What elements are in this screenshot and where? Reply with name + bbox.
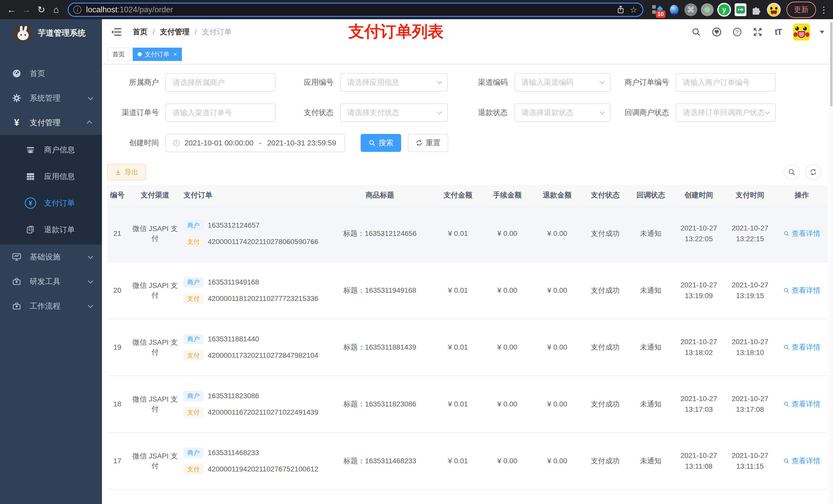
y-extension-icon[interactable]: y <box>717 3 731 17</box>
sidebar-item-payment[interactable]: ¥ 支付管理 <box>0 111 102 135</box>
sidebar-collapse-icon[interactable] <box>111 27 122 37</box>
share-icon[interactable] <box>614 3 627 16</box>
create-time-filter-label: 创建时间 <box>107 138 165 148</box>
fullscreen-icon[interactable] <box>752 26 763 38</box>
emoji-avatar-icon[interactable] <box>767 3 781 17</box>
sidebar-item-app-info[interactable]: 应用信息 <box>0 163 102 190</box>
refund-status-filter-label: 退款状态 <box>448 107 514 118</box>
channel-code-filter-label: 渠道编码 <box>448 77 514 88</box>
chat-extension-icon[interactable] <box>735 3 746 16</box>
breadcrumb: 首页 / 支付管理 / 支付订单 <box>133 27 232 37</box>
extensions-puzzle-icon[interactable] <box>750 3 763 16</box>
sidebar-item-workflow[interactable]: 工作流程 <box>0 294 102 318</box>
chevron-down-icon <box>88 95 93 100</box>
merchant-order-no-input[interactable] <box>683 78 768 87</box>
pay-tag: 支付 <box>184 464 203 474</box>
tab-pay-order[interactable]: 支付订单 × <box>133 48 182 61</box>
extension-badge: 10 <box>656 10 665 18</box>
sidebar-item-dev-tools[interactable]: 研发工具 <box>0 269 102 294</box>
toggle-search-button[interactable] <box>784 164 800 180</box>
browser-back-button[interactable]: ← <box>5 3 19 17</box>
channel-order-no-input[interactable] <box>173 109 268 117</box>
table-row: 18 微信 JSAPI 支付 商户1635311823086 支付4200001… <box>107 376 828 433</box>
app-logo-row[interactable]: 芋道管理系统 <box>0 19 102 47</box>
sidebar-item-label: 基础设施 <box>30 252 61 262</box>
refund-status-select[interactable]: 请选择退款状态 <box>514 103 611 122</box>
search-button[interactable]: 搜索 <box>361 134 401 152</box>
date-range-start[interactable]: 2021-10-01 00:00:00 <box>185 139 253 147</box>
breadcrumb-home[interactable]: 首页 <box>133 27 147 37</box>
view-detail-link[interactable]: 查看详情 <box>783 342 820 352</box>
date-range-end[interactable]: 2021-10-31 23:59:59 <box>267 139 336 147</box>
page-scrollbar[interactable] <box>830 21 833 504</box>
user-avatar[interactable] <box>793 24 810 41</box>
reset-button[interactable]: 重置 <box>408 134 448 152</box>
svg-text:?: ? <box>736 29 738 35</box>
font-size-icon[interactable]: tT <box>772 26 784 38</box>
toolbox-icon <box>11 277 23 286</box>
tab-home[interactable]: 首页 <box>108 48 129 61</box>
merchant-order-no-field[interactable] <box>676 73 776 92</box>
yen-circle-icon: ¥ <box>25 197 37 209</box>
sidebar-item-system[interactable]: 系统管理 <box>0 86 102 111</box>
channel-order-no-filter-label: 渠道订单号 <box>107 107 165 118</box>
callback-status-filter-label: 回调商户状态 <box>611 107 676 118</box>
chevron-down-icon <box>88 303 93 308</box>
avatar-caret-icon[interactable] <box>820 31 824 33</box>
export-button[interactable]: 导出 <box>107 164 146 180</box>
view-detail-link[interactable]: 查看详情 <box>783 456 820 466</box>
monitor-chart-icon <box>11 252 23 262</box>
merchant-tag: 商户 <box>184 391 203 401</box>
github-icon[interactable] <box>711 26 722 38</box>
browser-update-button[interactable]: 更新 <box>786 2 816 18</box>
view-detail-link[interactable]: 查看详情 <box>783 286 820 295</box>
app-title: 芋道管理系统 <box>38 28 86 39</box>
chevron-down-icon <box>600 110 605 115</box>
channel-code-select[interactable]: 请输入渠道编码 <box>514 73 611 92</box>
breadcrumb-payment[interactable]: 支付管理 <box>160 27 190 37</box>
address-bar[interactable]: i localhost:1024/pay/order ☆ <box>68 3 643 17</box>
view-detail-link[interactable]: 查看详情 <box>783 399 820 409</box>
pay-status-select[interactable]: 请选择支付状态 <box>340 103 448 122</box>
date-range-picker[interactable]: 2021-10-01 00:00:00 - 2021-10-31 23:59:5… <box>165 134 345 152</box>
bookmark-star-icon[interactable]: ☆ <box>627 3 640 16</box>
sidebar-item-merchant-info[interactable]: 商户信息 <box>0 137 102 163</box>
merchant-input[interactable] <box>173 78 268 87</box>
chevron-down-icon <box>437 79 442 84</box>
help-icon[interactable]: ? <box>732 26 743 38</box>
recorder-extension-icon[interactable] <box>701 3 714 16</box>
view-detail-link[interactable]: 查看详情 <box>783 229 820 238</box>
chevron-up-icon <box>87 120 92 126</box>
gear-icon <box>11 94 23 103</box>
browser-menu-icon[interactable]: ⋮ <box>819 5 828 15</box>
browser-forward-button[interactable]: → <box>20 3 33 17</box>
extensions-tray: ◆ 10 ⌘ y <box>651 3 781 17</box>
merchant-select[interactable] <box>165 73 276 92</box>
sidebar-item-refund-order[interactable]: 退款订单 <box>0 216 102 243</box>
refresh-table-button[interactable] <box>805 164 821 180</box>
sidebar-item-pay-order[interactable]: ¥ 支付订单 <box>0 190 102 216</box>
tab-close-icon[interactable]: × <box>173 51 177 58</box>
dashboard-icon <box>11 69 23 78</box>
merchant-tag: 商户 <box>184 334 203 344</box>
search-icon[interactable] <box>691 26 702 38</box>
app-select[interactable]: 请选择应用信息 <box>340 73 448 92</box>
channel-order-no-field[interactable] <box>165 103 276 122</box>
sidebar-item-home[interactable]: 首页 <box>0 61 102 86</box>
table-row: 21 微信 JSAPI 支付 商户1635312124657 支付4200001… <box>107 206 828 262</box>
callback-status-select[interactable]: 请选择订单回调商户状态 <box>676 103 776 122</box>
table-toolbar: 导出 <box>107 164 828 180</box>
filter-form: 所属商户 应用编号 请选择应用信息 渠道编码 请输入渠道编码 商户订单编号 <box>107 64 828 152</box>
site-info-icon[interactable]: i <box>73 6 81 14</box>
sketch-extension-icon[interactable]: ◆ 10 <box>651 3 664 16</box>
sidebar-item-infrastructure[interactable]: 基础设施 <box>0 245 102 269</box>
table-row-partial: 商户1635311951796 <box>107 490 828 504</box>
browser-reload-button[interactable]: ↻ <box>34 3 48 17</box>
document-copy-icon <box>25 225 37 234</box>
active-tab-dot <box>138 52 142 56</box>
browser-home-button[interactable]: ⌂ <box>49 3 63 17</box>
chevron-down-icon <box>88 278 93 284</box>
yen-icon: ¥ <box>11 117 23 128</box>
command-extension-icon[interactable]: ⌘ <box>685 3 697 16</box>
balloon-extension-icon[interactable] <box>668 3 681 16</box>
